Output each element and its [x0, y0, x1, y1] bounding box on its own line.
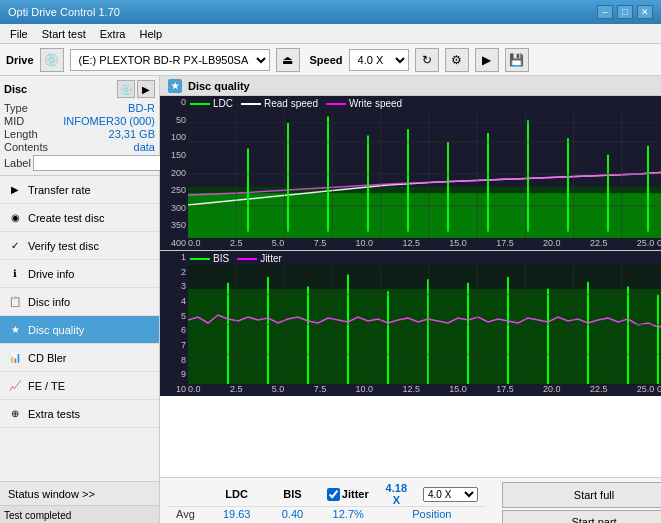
progress-section: Test completed	[0, 505, 159, 523]
col-header-speed-select: 4.0 X	[415, 482, 486, 507]
x-axis-top: 0.0 2.5 5.0 7.5 10.0 12.5 15.0 17.5 20.0…	[188, 238, 661, 250]
save-button[interactable]: 💾	[505, 48, 529, 72]
disc-quality-header: ★ Disc quality	[160, 76, 661, 96]
nav-create-test-disc[interactable]: ◉ Create test disc	[0, 204, 159, 232]
nav-drive-info[interactable]: ℹ Drive info	[0, 260, 159, 288]
disc-quality-panel-icon: ★	[168, 79, 182, 93]
nav-extra-tests[interactable]: ⊕ Extra tests	[0, 400, 159, 428]
app-title: Opti Drive Control 1.70	[8, 6, 120, 18]
col-header-empty	[168, 482, 207, 507]
legend-ldc-color	[190, 103, 210, 105]
nav-cd-bler[interactable]: 📊 CD Bler	[0, 344, 159, 372]
create-test-disc-icon: ◉	[8, 211, 22, 225]
extra-tests-icon: ⊕	[8, 407, 22, 421]
toolbar: Drive 💿 (E:) PLEXTOR BD-R PX-LB950SA 1.0…	[0, 44, 661, 76]
menu-file[interactable]: File	[4, 27, 34, 41]
disc-icon-1[interactable]: 💿	[117, 80, 135, 98]
svg-rect-1	[188, 193, 661, 238]
titlebar: Opti Drive Control 1.70 – □ ✕	[0, 0, 661, 24]
label-input[interactable]	[33, 155, 166, 171]
nav-fe-te-label: FE / TE	[28, 380, 65, 392]
drive-icon-btn[interactable]: 💿	[40, 48, 64, 72]
legend-jitter-color	[237, 258, 257, 260]
disc-quality-title: Disc quality	[188, 80, 250, 92]
menu-extra[interactable]: Extra	[94, 27, 132, 41]
drive-select[interactable]: (E:) PLEXTOR BD-R PX-LB950SA 1.06	[70, 49, 270, 71]
legend-read-color	[241, 103, 261, 105]
refresh-button[interactable]: ↻	[415, 48, 439, 72]
disc-quality-icon: ★	[8, 323, 22, 337]
col-header-bis: BIS	[266, 482, 319, 507]
nav-verify-test-disc[interactable]: ✓ Verify test disc	[0, 232, 159, 260]
sidebar: Disc 💿 ▶ Type BD-R MID INFOMER30 (000) L…	[0, 76, 160, 523]
test-button[interactable]: ▶	[475, 48, 499, 72]
close-button[interactable]: ✕	[637, 5, 653, 19]
y-axis-left-bottom: 10 9 8 7 6 5 4 3 2 1	[160, 251, 188, 396]
menu-help[interactable]: Help	[133, 27, 168, 41]
speed-select-stats[interactable]: 4.0 X	[423, 487, 478, 502]
stats-row-avg: Avg 19.63 0.40 12.7% Position	[168, 507, 486, 522]
disc-icon-2[interactable]: ▶	[137, 80, 155, 98]
legend-bis-color	[190, 258, 210, 260]
chart-top-svg	[188, 110, 661, 238]
charts-area: LDC Read speed Write speed 400 350 30	[160, 96, 661, 477]
jitter-checkbox[interactable]	[327, 488, 340, 501]
start-part-button[interactable]: Start part	[502, 510, 661, 524]
drive-label: Drive	[6, 54, 34, 66]
start-full-button[interactable]: Start full	[502, 482, 661, 508]
nav-drive-info-label: Drive info	[28, 268, 74, 280]
legend-bis: BIS	[190, 253, 229, 264]
nav-transfer-rate[interactable]: ▶ Transfer rate	[0, 176, 159, 204]
mid-label: MID	[4, 115, 24, 127]
avg-jitter: 12.7%	[319, 507, 378, 522]
col-header-jitter-check: Jitter	[319, 482, 378, 507]
chart-bottom-svg	[188, 265, 661, 384]
eject-button[interactable]: ⏏	[276, 48, 300, 72]
legend-ldc: LDC	[190, 98, 233, 109]
speed-label: Speed	[310, 54, 343, 66]
avg-bis: 0.40	[266, 507, 319, 522]
settings-button[interactable]: ⚙	[445, 48, 469, 72]
avg-ldc: 19.63	[207, 507, 266, 522]
status-window[interactable]: Status window >>	[0, 481, 159, 505]
disc-info-icon: 📋	[8, 295, 22, 309]
content-area: ★ Disc quality LDC Read speed	[160, 76, 661, 523]
nav-disc-quality-label: Disc quality	[28, 324, 84, 336]
legend-write-color	[326, 103, 346, 105]
speed-value-display: 4.18 X	[386, 482, 407, 506]
nav-extra-tests-label: Extra tests	[28, 408, 80, 420]
speed-select[interactable]: 4.0 X	[349, 49, 409, 71]
chart-bottom-legend: BIS Jitter	[190, 253, 282, 264]
maximize-button[interactable]: □	[617, 5, 633, 19]
type-value: BD-R	[128, 102, 155, 114]
nav-cd-bler-label: CD Bler	[28, 352, 67, 364]
chart-top-legend: LDC Read speed Write speed	[190, 98, 402, 109]
position-label: Position	[378, 507, 486, 522]
nav-transfer-rate-label: Transfer rate	[28, 184, 91, 196]
nav-verify-test-disc-label: Verify test disc	[28, 240, 99, 252]
contents-label: Contents	[4, 141, 48, 153]
nav-disc-quality[interactable]: ★ Disc quality	[0, 316, 159, 344]
minimize-button[interactable]: –	[597, 5, 613, 19]
length-value: 23,31 GB	[109, 128, 155, 140]
verify-test-disc-icon: ✓	[8, 239, 22, 253]
avg-label: Avg	[168, 507, 207, 522]
nav-disc-info-label: Disc info	[28, 296, 70, 308]
disc-panel-title: Disc	[4, 83, 27, 95]
legend-write-speed: Write speed	[326, 98, 402, 109]
x-axis-bottom: 0.0 2.5 5.0 7.5 10.0 12.5 15.0 17.5 20.0…	[188, 384, 661, 396]
nav-fe-te[interactable]: 📈 FE / TE	[0, 372, 159, 400]
progress-status: Test completed	[4, 510, 71, 521]
y-axis-left-top: 400 350 300 250 200 150 100 50 0	[160, 96, 188, 250]
menu-start-test[interactable]: Start test	[36, 27, 92, 41]
legend-ldc-label: LDC	[213, 98, 233, 109]
legend-read-speed: Read speed	[241, 98, 318, 109]
stats-left: LDC BIS Jitter 4.18 X	[160, 478, 494, 523]
window-controls: – □ ✕	[597, 5, 653, 19]
contents-value: data	[134, 141, 155, 153]
nav-items: ▶ Transfer rate ◉ Create test disc ✓ Ver…	[0, 176, 159, 481]
type-label: Type	[4, 102, 28, 114]
stats-section: LDC BIS Jitter 4.18 X	[160, 477, 661, 523]
nav-disc-info[interactable]: 📋 Disc info	[0, 288, 159, 316]
chart-bottom: BIS Jitter 10 9 8 7 6 5 4 3	[160, 251, 661, 396]
